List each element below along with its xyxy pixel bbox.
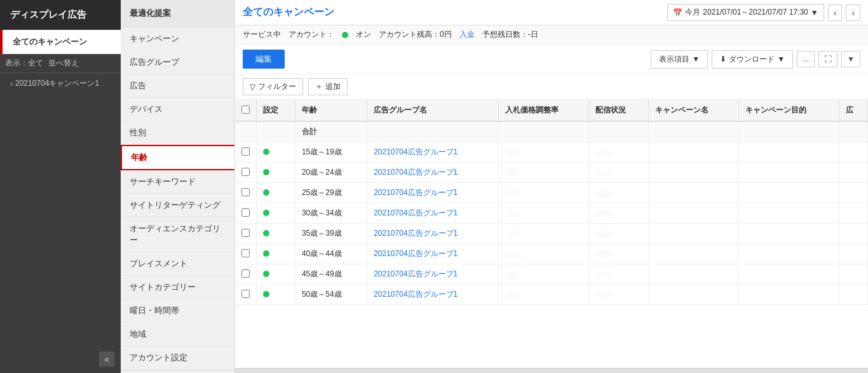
nav-item-age[interactable]: 年齢 (121, 145, 234, 170)
sum-group (367, 121, 499, 142)
row-checkbox[interactable] (235, 163, 257, 183)
main-content: 全てのキャンペーン 📅 今月 2021/07/01～2021/07/07 17:… (235, 0, 868, 373)
chevron-down-icon: ▼ (692, 55, 700, 64)
nav-item-site-category[interactable]: サイトカテゴリー (121, 276, 234, 299)
scroll-indicator[interactable] (235, 368, 868, 373)
nav-item-placement[interactable]: プレイスメント (121, 252, 234, 276)
row-age: 20歳～24歳 (295, 163, 367, 183)
add-button[interactable]: ＋ 追加 (308, 78, 348, 95)
row-goal (738, 163, 839, 183)
th-campaign-name[interactable]: キャンペーン名 (648, 100, 738, 121)
filter-button[interactable]: ▽ フィルター (243, 78, 303, 95)
row-status: —— (589, 244, 648, 264)
row-group[interactable]: 20210704広告グループ1 (367, 142, 499, 163)
top-bar-right: 📅 今月 2021/07/01～2021/07/07 17:30 ▼ ‹ › (667, 4, 860, 21)
nav-item-account-settings[interactable]: アカウント設定 (121, 346, 234, 370)
nav-item-site-retargeting[interactable]: サイトリターゲティング (121, 194, 234, 217)
row-ad (839, 224, 868, 244)
th-ad[interactable]: 広 (839, 100, 868, 121)
th-age[interactable]: 年齢 (295, 100, 367, 121)
row-campaign (648, 224, 738, 244)
th-setting[interactable]: 設定 (257, 100, 295, 121)
account-status-text: オン (356, 29, 371, 40)
row-campaign (648, 163, 738, 183)
display-items-button[interactable]: 表示項目 ▼ (651, 50, 708, 69)
sidebar-display-filter[interactable]: 表示：全て (5, 58, 43, 69)
sidebar-sort[interactable]: 並べ替え (48, 58, 79, 69)
nav-item-day-time[interactable]: 曜日・時間帯 (121, 299, 234, 323)
row-bid: —— (499, 183, 589, 203)
row-campaign (648, 244, 738, 264)
nav-item-gender[interactable]: 性別 (121, 121, 234, 145)
row-status: —— (589, 224, 648, 244)
group-link[interactable]: 20210704広告グループ1 (374, 168, 458, 177)
nav-item-audience-category[interactable]: オーディエンスカテゴリー (121, 217, 234, 252)
date-range-button[interactable]: 📅 今月 2021/07/01～2021/07/07 17:30 ▼ (667, 4, 824, 21)
th-campaign-goal[interactable]: キャンペーン目的 (738, 100, 839, 121)
sum-cb (235, 121, 257, 142)
collapse-rows-button[interactable]: ▼ (841, 51, 860, 67)
row-group[interactable]: 20210704広告グループ1 (367, 163, 499, 183)
date-next-button[interactable]: › (846, 4, 860, 21)
row-group[interactable]: 20210704広告グループ1 (367, 224, 499, 244)
sidebar-all-campaigns[interactable]: 全てのキャンペーン (0, 30, 121, 54)
row-age: 30歳～34歳 (295, 203, 367, 224)
nav-item-ad[interactable]: 広告 (121, 74, 234, 98)
table-row: 30歳～34歳 20210704広告グループ1 —— —— (235, 203, 868, 224)
row-goal (738, 244, 839, 264)
group-link[interactable]: 20210704広告グループ1 (374, 188, 458, 197)
group-link[interactable]: 20210704広告グループ1 (374, 147, 458, 156)
group-link[interactable]: 20210704広告グループ1 (374, 290, 458, 299)
top-bar: 全てのキャンペーン 📅 今月 2021/07/01～2021/07/07 17:… (235, 0, 868, 25)
display-items-label: 表示項目 (659, 54, 689, 65)
nav-item-region[interactable]: 地域 (121, 323, 234, 346)
sidebar-collapse-button[interactable]: « (99, 351, 114, 367)
deposit-link[interactable]: 入金 (459, 29, 475, 40)
row-group[interactable]: 20210704広告グループ1 (367, 183, 499, 203)
row-status: —— (589, 183, 648, 203)
nav-item-device[interactable]: デバイス (121, 98, 234, 121)
group-link[interactable]: 20210704広告グループ1 (374, 269, 458, 278)
status-dot-green (263, 230, 269, 236)
middle-nav-title: 最適化提案 (121, 0, 234, 27)
nav-item-campaign[interactable]: キャンペーン (121, 27, 234, 51)
row-checkbox[interactable] (235, 244, 257, 264)
select-all-checkbox[interactable] (241, 105, 250, 114)
download-button[interactable]: ⬇ ダウンロード ▼ (712, 50, 793, 69)
sidebar-campaign-item[interactable]: 20210704キャンペーン1 (0, 73, 121, 94)
row-checkbox[interactable] (235, 183, 257, 203)
group-link[interactable]: 20210704広告グループ1 (374, 249, 458, 258)
row-checkbox[interactable] (235, 285, 257, 305)
table-row: 15歳～19歳 20210704広告グループ1 —— —— (235, 142, 868, 163)
row-campaign (648, 183, 738, 203)
row-campaign (648, 203, 738, 224)
row-campaign (648, 142, 738, 163)
row-checkbox[interactable] (235, 224, 257, 244)
more-options-button[interactable]: ... (797, 51, 815, 67)
middle-nav: 最適化提案 キャンペーン 広告グループ 広告 デバイス 性別 年齢 サーチキーワ… (121, 0, 235, 373)
row-bid: —— (499, 264, 589, 285)
group-link[interactable]: 20210704広告グループ1 (374, 208, 458, 217)
edit-button[interactable]: 編集 (243, 50, 285, 69)
row-checkbox[interactable] (235, 264, 257, 285)
row-group[interactable]: 20210704広告グループ1 (367, 264, 499, 285)
sidebar-bottom: « (0, 345, 121, 373)
th-bid-adjustment[interactable]: 入札価格調整率 (499, 100, 589, 121)
row-setting-dot (257, 203, 295, 224)
row-group[interactable]: 20210704広告グループ1 (367, 244, 499, 264)
th-delivery-status[interactable]: 配信状況 (589, 100, 648, 121)
group-link[interactable]: 20210704広告グループ1 (374, 229, 458, 238)
row-bid: —— (499, 203, 589, 224)
nav-item-search-keyword[interactable]: サーチキーワード (121, 170, 234, 194)
row-bid: —— (499, 163, 589, 183)
expand-button[interactable]: ⛶ (818, 51, 837, 67)
row-group[interactable]: 20210704広告グループ1 (367, 285, 499, 305)
balance-text: アカウント残高：0円 (379, 29, 452, 40)
date-prev-button[interactable]: ‹ (828, 4, 843, 21)
th-adgroup-name[interactable]: 広告グループ名 (367, 100, 499, 121)
nav-item-adgroup[interactable]: 広告グループ (121, 51, 234, 74)
row-checkbox[interactable] (235, 203, 257, 224)
table-header-row: 設定 年齢 広告グループ名 入札価格調整率 配信状況 キャンペーン名 キャンペー… (235, 100, 868, 121)
row-checkbox[interactable] (235, 142, 257, 163)
row-group[interactable]: 20210704広告グループ1 (367, 203, 499, 224)
